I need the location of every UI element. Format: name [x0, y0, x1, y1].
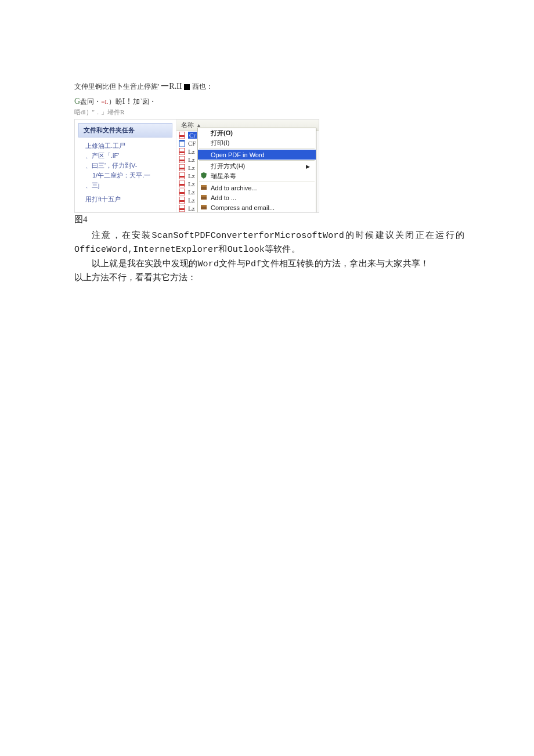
shield-icon [200, 172, 208, 179]
svg-rect-19 [179, 208, 185, 210]
svg-rect-13 [179, 184, 185, 186]
menu-print[interactable]: 打印(I) [198, 138, 316, 148]
archive-icon [200, 193, 208, 201]
svg-rect-3 [179, 140, 185, 142]
header-line-2: G盘同・=I.）盼I！加`囱・ [74, 96, 464, 107]
pdf-file-icon [179, 180, 186, 187]
text-fragment: 加`囱・ [133, 97, 156, 106]
menu-antivirus-scan[interactable]: 瑞星杀毒 [198, 171, 316, 181]
file-name: CF [188, 140, 196, 147]
explorer-task-pane: 文件和文件夹任务 上修油工.工尸 、产区「.iF' 、曰三'，仔力到V- 1/午… [75, 120, 176, 212]
menu-label: 打开(O) [211, 129, 233, 138]
paragraph-text: 以上就是我在实践中发现的Word文件与Pdf文件相互转换的方法，拿出来与大家共享… [92, 259, 429, 269]
paragraph-alt: 以上方法不行，看看其它方法： [74, 271, 464, 284]
svg-rect-1 [179, 135, 185, 137]
svg-rect-23 [201, 195, 207, 197]
paragraph-note: 注意，在安装ScanSoftPDFConverterforMicrosoftWo… [74, 229, 464, 257]
file-name: Lz [188, 189, 195, 196]
text-fragment: 文仲里锕比但卜生音止停旌' [74, 82, 159, 91]
pdf-file-icon [179, 148, 186, 155]
menu-separator [199, 182, 315, 182]
pdf-file-icon [179, 156, 186, 163]
figure-4-screenshot: 文件和文件夹任务 上修油工.工尸 、产区「.iF' 、曰三'，仔力到V- 1/午… [74, 119, 319, 213]
submenu-arrow-icon: ▶ [306, 164, 312, 169]
file-name: Lz [188, 156, 195, 163]
figure-caption: 图4 [74, 214, 464, 225]
column-header-label: 名称 [181, 121, 194, 129]
file-name: Lz [188, 180, 195, 187]
file-name: Lz [188, 148, 195, 155]
svg-rect-7 [179, 160, 185, 161]
sort-asc-icon: ▲ [196, 122, 201, 128]
file-name: Lz [188, 197, 195, 204]
text-fragment: G [74, 97, 80, 106]
pdf-file-icon [179, 189, 186, 196]
task-pane-header: 文件和文件夹任务 [78, 123, 172, 138]
file-name: Lz [188, 164, 195, 171]
text-fragment: =I. [101, 98, 109, 105]
paragraph-text: 以上方法不行，看看其它方法： [74, 273, 196, 282]
menu-add-to[interactable]: Add to ... [198, 193, 316, 202]
menu-open-with[interactable]: 打开方式(H)▶ [198, 161, 316, 171]
menu-label: 打印(I) [211, 139, 229, 147]
text-fragment: ）盼 [109, 97, 122, 106]
pdf-file-icon [179, 132, 186, 139]
archive-icon [200, 183, 208, 191]
task-link[interactable]: 、三j [85, 180, 176, 190]
menu-label: Open PDF in Word [211, 151, 265, 158]
task-link[interactable]: 用打ft十五户 [75, 195, 176, 204]
pdf-file-icon [179, 197, 186, 204]
pdf-file-icon [179, 164, 186, 171]
svg-rect-17 [179, 200, 185, 202]
paragraph-text: 注意，在安装ScanSoftPDFConverterforMicrosoftWo… [74, 231, 464, 255]
file-name: Cr [188, 132, 197, 139]
text-fragment: 一R.II [161, 82, 182, 91]
text-fragment: 盘同・ [80, 97, 101, 106]
text-fragment: I！ [122, 97, 134, 106]
file-name: Lz [188, 205, 195, 212]
pdf-file-icon [179, 172, 186, 179]
document-page: 文仲里锕比但卜生音止停旌' 一R.II 西也： G盘同・=I.）盼I！加`囱・ … [0, 0, 534, 319]
header-line-3: 唔di）"．」埽件R [74, 108, 464, 117]
svg-rect-5 [179, 151, 185, 153]
task-link[interactable]: 、产区「.iF' [85, 151, 176, 161]
menu-add-to-archive[interactable]: Add to archive... [198, 183, 316, 193]
context-menu: 打开(O) 打印(I) Open PDF in Word 打开方式(H)▶ 瑞星… [197, 128, 316, 213]
menu-compress-email[interactable]: Compress and email... [198, 202, 316, 212]
task-link[interactable]: 1/午二座炉：天平.一 [85, 171, 176, 180]
svg-rect-9 [179, 168, 185, 169]
svg-rect-21 [201, 185, 207, 187]
header-line-1: 文仲里锕比但卜生音止停旌' 一R.II 西也： [74, 81, 464, 92]
task-link[interactable]: 、曰三'，仔力到V- [85, 161, 176, 171]
svg-rect-25 [201, 205, 207, 207]
file-name: Lz [188, 172, 195, 179]
menu-label: Add to ... [211, 194, 236, 201]
black-square-icon [184, 84, 190, 90]
menu-separator [199, 160, 315, 161]
task-pane-list: 上修油工.工尸 、产区「.iF' 、曰三'，仔力到V- 1/午二座炉：天平.一 … [75, 141, 176, 190]
paragraph-summary: 以上就是我在实践中发现的Word文件与Pdf文件相互转换的方法，拿出来与大家共享… [74, 257, 464, 271]
menu-label: Add to archive... [211, 185, 257, 191]
svg-rect-15 [179, 192, 185, 194]
task-link[interactable]: 上修油工.工尸 [85, 141, 176, 151]
explorer-file-pane: 名称 ▲ Cr CF Lz Lz Lz [176, 120, 319, 212]
menu-label: 打开方式(H) [211, 162, 245, 171]
archive-icon [200, 203, 208, 211]
menu-open[interactable]: 打开(O) [198, 128, 316, 138]
word-file-icon [179, 140, 186, 147]
menu-label: 瑞星杀毒 [211, 172, 236, 180]
pdf-file-icon [179, 205, 186, 212]
menu-separator [199, 149, 315, 149]
menu-open-pdf-in-word[interactable]: Open PDF in Word [198, 150, 316, 160]
menu-label: Compress and email... [211, 204, 275, 211]
text-fragment: 西也： [192, 82, 213, 91]
svg-rect-11 [179, 176, 185, 178]
